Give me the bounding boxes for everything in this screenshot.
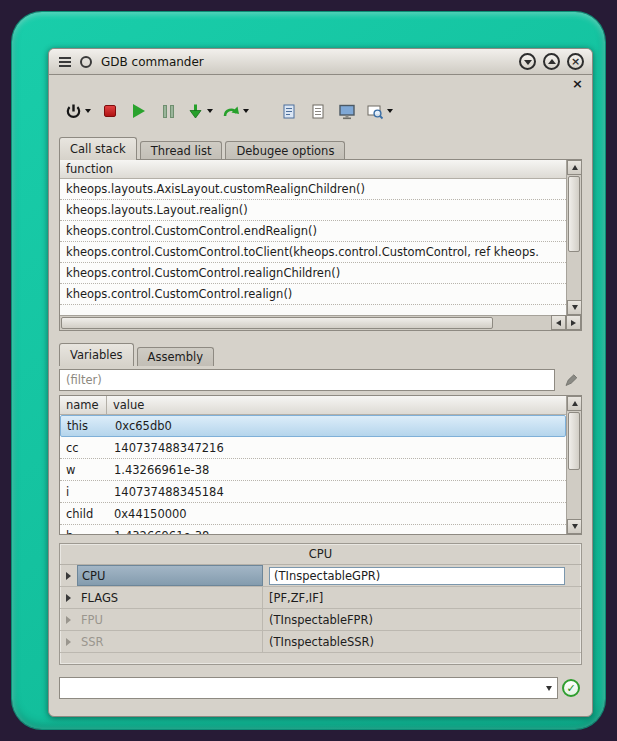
expand-arrow-icon[interactable] <box>60 638 77 646</box>
tab-call-stack[interactable]: Call stack <box>59 137 137 160</box>
callstack-row[interactable]: kheops.layouts.AxisLayout.customRealignC… <box>60 179 566 200</box>
filter-icon[interactable] <box>562 371 580 389</box>
tab-assembly[interactable]: Assembly <box>137 347 214 366</box>
variable-row[interactable]: cc 140737488347216 <box>60 437 566 459</box>
close-icon: × <box>571 56 580 67</box>
cpu-register-list: CPU (TInspectableGPR) FLAGS [PF,ZF,IF] F… <box>60 564 581 653</box>
callstack-tabbar: Call stack Thread list Debugee options <box>59 135 582 160</box>
variable-row[interactable]: child 0x44150000 <box>60 503 566 525</box>
combobox-dropdown-icon[interactable] <box>540 678 557 698</box>
desktop-background: GDB commander × × <box>0 0 617 741</box>
check-icon: ✓ <box>566 683 575 694</box>
cpu-group-title: CPU <box>60 544 581 564</box>
scroll-down-button[interactable] <box>567 300 582 315</box>
cpu-inspector: CPU CPU (TInspectableGPR) FLAGS [PF,ZF,I… <box>59 543 582 665</box>
scrollbar-thumb[interactable] <box>568 176 580 252</box>
callstack-panel: function kheops.layouts.AxisLayout.custo… <box>59 159 582 331</box>
cpu-row[interactable]: SSR (TInspectableSSR) <box>60 631 581 653</box>
app-icon <box>78 54 94 70</box>
titlebar[interactable]: GDB commander × <box>49 49 592 75</box>
step-over-icon <box>222 103 240 120</box>
inspect-icon <box>366 103 384 120</box>
variables-list: this 0xc65db0 cc 140737488347216 w 1.432… <box>60 415 566 534</box>
variable-row[interactable]: this 0xc65db0 <box>60 415 566 437</box>
power-dropdown-icon[interactable] <box>85 109 91 113</box>
close-button[interactable]: × <box>567 53 584 70</box>
monitor-button[interactable] <box>335 98 359 124</box>
run-icon <box>133 104 145 118</box>
cpu-row[interactable]: CPU (TInspectableGPR) <box>60 565 581 587</box>
dock-close-button[interactable]: × <box>572 77 583 91</box>
callstack-row[interactable]: kheops.control.CustomControl.realignChil… <box>60 263 566 284</box>
callstack-list: kheops.layouts.AxisLayout.customRealignC… <box>60 179 566 315</box>
callstack-horizontal-scrollbar[interactable] <box>60 315 581 330</box>
scroll-up-button[interactable] <box>567 396 582 411</box>
command-row: ✓ <box>59 677 582 701</box>
column-header-name[interactable]: name <box>60 396 107 414</box>
scrollbar-thumb[interactable] <box>61 317 493 329</box>
run-button[interactable] <box>127 98 151 124</box>
variable-row[interactable]: b 1.43266961e-38 <box>60 525 566 534</box>
tab-thread-list[interactable]: Thread list <box>140 141 223 160</box>
debug-toolbar <box>49 93 592 129</box>
callstack-row[interactable]: kheops.control.CustomControl.toClient(kh… <box>60 242 566 263</box>
step-over-button[interactable] <box>220 98 251 124</box>
inspect-dropdown-icon[interactable] <box>387 109 393 113</box>
step-into-icon <box>187 103 204 120</box>
step-into-button[interactable] <box>185 98 215 124</box>
cpu-row[interactable]: FLAGS [PF,ZF,IF] <box>60 587 581 609</box>
variable-row[interactable]: w 1.43266961e-38 <box>60 459 566 481</box>
scroll-down-button[interactable] <box>567 519 582 534</box>
callstack-row[interactable]: kheops.control.CustomControl.endRealign(… <box>60 221 566 242</box>
filter-row <box>59 369 582 391</box>
expand-arrow-icon[interactable] <box>60 616 77 624</box>
callstack-row[interactable]: kheops.control.CustomControl.realign() <box>60 284 566 305</box>
scroll-up-button[interactable] <box>567 160 582 175</box>
inspect-button[interactable] <box>364 98 395 124</box>
cpu-row[interactable]: FPU (TInspectableFPR) <box>60 609 581 631</box>
shade-button[interactable] <box>519 53 536 70</box>
scrollbar-thumb[interactable] <box>568 412 580 470</box>
open-doc-icon <box>281 103 297 120</box>
send-command-button[interactable]: ✓ <box>562 679 580 697</box>
stop-icon <box>104 105 116 117</box>
gdb-commander-window: GDB commander × × <box>48 48 593 717</box>
variables-tabbar: Variables Assembly <box>59 341 582 366</box>
variables-vertical-scrollbar[interactable] <box>566 396 581 534</box>
variable-row[interactable]: i 140737488345184 <box>60 481 566 503</box>
stop-button[interactable] <box>98 98 122 124</box>
window-frame: GDB commander × × <box>12 12 605 729</box>
variables-panel: name value this 0xc65db0 cc 140737488347… <box>59 395 582 535</box>
column-header-value[interactable]: value <box>107 396 568 414</box>
monitor-icon <box>338 103 356 120</box>
pause-button[interactable] <box>156 98 180 124</box>
open-doc-button[interactable] <box>277 98 301 124</box>
filter-input[interactable] <box>59 369 555 391</box>
dock-header: × <box>49 76 592 93</box>
command-list-button[interactable] <box>306 98 330 124</box>
scroll-left-button[interactable] <box>551 315 566 330</box>
scroll-right-button[interactable] <box>566 315 581 330</box>
expand-arrow-icon[interactable] <box>60 594 77 602</box>
power-icon <box>65 103 82 120</box>
cpu-value-edit[interactable]: (TInspectableGPR) <box>269 567 565 585</box>
command-list-icon <box>310 103 326 120</box>
window-title: GDB commander <box>101 55 204 69</box>
callstack-vertical-scrollbar[interactable] <box>566 160 581 315</box>
maximize-button[interactable] <box>543 53 560 70</box>
chevron-down-icon <box>524 60 532 65</box>
column-header-function[interactable]: function <box>60 160 566 179</box>
callstack-row[interactable]: kheops.layouts.Layout.realign() <box>60 200 566 221</box>
expand-arrow-icon[interactable] <box>60 572 77 580</box>
titlebar-buttons: × <box>519 53 584 70</box>
gdb-command-input[interactable] <box>59 677 558 699</box>
step-over-dropdown-icon[interactable] <box>243 109 249 113</box>
step-into-dropdown-icon[interactable] <box>207 109 213 113</box>
power-button[interactable] <box>63 98 93 124</box>
pause-icon <box>163 105 174 118</box>
window-menu-icon[interactable] <box>57 54 73 70</box>
tab-variables[interactable]: Variables <box>59 343 134 366</box>
chevron-up-icon <box>548 59 556 64</box>
tab-debugee-options[interactable]: Debugee options <box>225 141 345 160</box>
variables-header: name value <box>60 396 568 415</box>
